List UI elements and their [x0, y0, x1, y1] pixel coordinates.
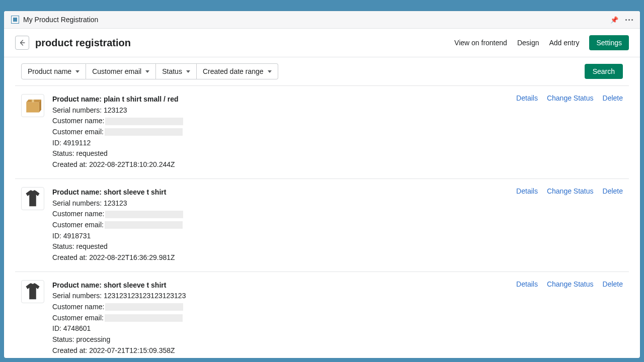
page-header: product registration View on frontend De…: [4, 29, 640, 57]
filter-customer-email[interactable]: Customer email: [86, 63, 156, 79]
chevron-down-icon: [75, 70, 79, 73]
entry-customer-name: Customer name:: [52, 302, 508, 313]
entry-product-name: Product name: short sleeve t shirt: [52, 187, 508, 198]
chevron-down-icon: [268, 70, 272, 73]
entry-customer-email: Customer email:: [52, 313, 508, 324]
redacted-field: [105, 118, 183, 125]
entry-created: Created at: 2022-08-22T18:10:20.244Z: [52, 159, 508, 170]
entry-actions: Details Change Status Delete: [516, 94, 623, 170]
entry-serial: Serial numbers: 123123123123123123123: [52, 291, 508, 302]
entry-customer-email: Customer email:: [52, 127, 508, 138]
filter-product-name[interactable]: Product name: [21, 63, 86, 79]
app-window: My Product Registration 📌 product regist…: [4, 11, 640, 358]
design-link[interactable]: Design: [517, 39, 539, 47]
topbar-right: 📌: [610, 16, 633, 24]
entry-id: ID: 4919112: [52, 138, 508, 149]
redacted-field: [105, 314, 183, 322]
svg-rect-3: [32, 100, 34, 102]
filters-row: Product name Customer email Status Creat…: [4, 57, 640, 85]
entry-body: Product name: short sleeve t shirt Seria…: [52, 187, 508, 263]
filter-label: Customer email: [92, 67, 141, 75]
pin-icon[interactable]: 📌: [610, 16, 618, 24]
entry-serial: Serial numbers: 123123: [52, 198, 508, 209]
entry-status: Status: requested: [52, 241, 508, 252]
filter-label: Status: [162, 67, 182, 75]
more-icon[interactable]: [625, 19, 633, 21]
entry-customer-name: Customer name:: [52, 209, 508, 220]
entry-status: Status: requested: [52, 148, 508, 159]
redacted-field: [105, 303, 183, 311]
topbar-left: My Product Registration: [11, 16, 98, 24]
filter-label: Created date range: [203, 67, 264, 75]
entry-customer-name: Customer name:: [52, 116, 508, 127]
entry-id: ID: 4918731: [52, 231, 508, 242]
entry-product-name: Product name: plain t shirt small / red: [52, 94, 508, 105]
app-icon: [11, 16, 19, 24]
entry-id: ID: 4748601: [52, 323, 508, 334]
change-status-link[interactable]: Change Status: [547, 187, 594, 195]
entry-row: Product name: plain t shirt small / red …: [15, 85, 629, 178]
details-link[interactable]: Details: [516, 280, 538, 288]
entry-body: Product name: short sleeve t shirt Seria…: [52, 280, 508, 356]
entry-thumbnail: [21, 280, 44, 303]
page-title: product registration: [35, 37, 131, 49]
svg-rect-0: [26, 102, 39, 112]
topbar: My Product Registration 📌: [4, 11, 640, 29]
filter-created-range[interactable]: Created date range: [197, 63, 278, 79]
details-link[interactable]: Details: [516, 94, 538, 102]
entry-created: Created at: 2022-07-21T12:15:09.358Z: [52, 345, 508, 356]
entry-created: Created at: 2022-08-22T16:36:29.981Z: [52, 252, 508, 263]
tshirt-icon: [24, 189, 41, 208]
entry-row: Product name: short sleeve t shirt Seria…: [15, 178, 629, 272]
arrow-left-icon: [19, 39, 26, 46]
add-entry-link[interactable]: Add entry: [549, 39, 579, 47]
redacted-field: [105, 221, 183, 229]
change-status-link[interactable]: Change Status: [547, 280, 594, 288]
settings-button[interactable]: Settings: [589, 35, 629, 50]
search-button[interactable]: Search: [585, 64, 623, 79]
entry-body: Product name: plain t shirt small / red …: [52, 94, 508, 170]
entry-thumbnail: [21, 187, 44, 210]
back-button[interactable]: [15, 36, 29, 50]
change-status-link[interactable]: Change Status: [547, 94, 594, 102]
header-actions: View on frontend Design Add entry Settin…: [454, 35, 629, 50]
entry-thumbnail: [21, 94, 44, 117]
entry-actions: Details Change Status Delete: [516, 187, 623, 263]
box-icon: [24, 97, 41, 114]
header-left: product registration: [15, 36, 131, 50]
filter-status[interactable]: Status: [156, 63, 197, 79]
entry-product-name: Product name: short sleeve t shirt: [52, 280, 508, 291]
redacted-field: [105, 211, 183, 218]
entries-list: Product name: plain t shirt small / red …: [4, 85, 640, 358]
entry-customer-email: Customer email:: [52, 220, 508, 231]
tshirt-icon: [24, 282, 41, 301]
chevron-down-icon: [186, 70, 190, 73]
entry-status: Status: processing: [52, 334, 508, 345]
delete-link[interactable]: Delete: [603, 94, 623, 102]
app-title: My Product Registration: [23, 16, 98, 24]
details-link[interactable]: Details: [516, 187, 538, 195]
redacted-field: [105, 128, 183, 136]
filter-label: Product name: [28, 67, 71, 75]
chevron-down-icon: [145, 70, 149, 73]
delete-link[interactable]: Delete: [603, 280, 623, 288]
entry-actions: Details Change Status Delete: [516, 280, 623, 356]
delete-link[interactable]: Delete: [603, 187, 623, 195]
entry-serial: Serial numbers: 123123: [52, 105, 508, 116]
filters-group: Product name Customer email Status Creat…: [21, 63, 278, 79]
entry-row: Product name: short sleeve t shirt Seria…: [15, 272, 629, 358]
view-frontend-link[interactable]: View on frontend: [454, 39, 507, 47]
